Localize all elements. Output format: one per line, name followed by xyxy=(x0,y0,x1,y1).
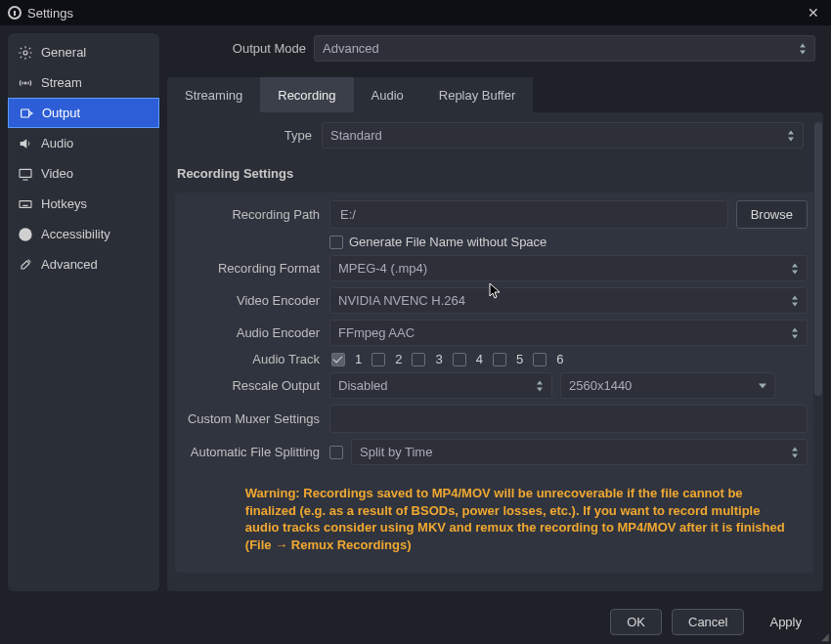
dialog-footer: OK Cancel Apply xyxy=(0,599,831,644)
track-2-checkbox[interactable] xyxy=(372,353,385,366)
tab-audio[interactable]: Audio xyxy=(354,77,421,112)
app-icon xyxy=(8,6,22,20)
video-encoder-label: Video Encoder xyxy=(183,293,329,308)
sidebar-item-label: Video xyxy=(41,166,73,181)
select-value: MPEG-4 (.mp4) xyxy=(338,261,427,276)
spinner-icon xyxy=(787,446,803,458)
svg-rect-4 xyxy=(20,200,31,207)
spinner-icon xyxy=(787,262,803,275)
track-4-checkbox[interactable] xyxy=(453,353,466,366)
rescale-output-select[interactable]: Disabled xyxy=(329,372,552,399)
sidebar-item-general[interactable]: General xyxy=(8,37,159,67)
accessibility-icon xyxy=(18,227,33,242)
mp4-warning-text: Warning: Recordings saved to MP4/MOV wil… xyxy=(236,471,796,557)
scrollbar-thumb[interactable] xyxy=(814,122,822,396)
select-value: FFmpeg AAC xyxy=(338,325,415,340)
sidebar-item-label: Hotkeys xyxy=(41,196,87,211)
muxer-label: Custom Muxer Settings xyxy=(183,411,329,426)
type-label: Type xyxy=(175,128,322,143)
track-6-checkbox[interactable] xyxy=(533,353,547,366)
spinner-icon xyxy=(795,42,810,55)
sidebar-item-accessibility[interactable]: Accessibility xyxy=(8,219,159,249)
keyboard-icon xyxy=(18,196,33,212)
track-5-checkbox[interactable] xyxy=(493,353,506,366)
recording-settings-heading: Recording Settings xyxy=(167,154,823,187)
sidebar-item-label: Advanced xyxy=(41,257,98,272)
select-value: Split by Time xyxy=(360,445,432,459)
output-mode-select[interactable]: Advanced xyxy=(314,35,815,62)
select-value: 2560x1440 xyxy=(569,378,632,393)
select-value: Standard xyxy=(330,128,382,143)
sidebar-item-stream[interactable]: Stream xyxy=(8,67,159,98)
tools-icon xyxy=(18,257,33,273)
browse-button[interactable]: Browse xyxy=(736,200,808,229)
svg-rect-2 xyxy=(22,109,29,117)
select-value: Advanced xyxy=(323,41,379,56)
antenna-icon xyxy=(18,75,33,91)
sidebar-item-label: Audio xyxy=(41,136,73,150)
sidebar-item-advanced[interactable]: Advanced xyxy=(8,249,159,279)
sidebar-item-output[interactable]: Output xyxy=(8,98,159,128)
audio-encoder-label: Audio Encoder xyxy=(183,325,329,340)
spinner-icon xyxy=(787,294,803,307)
muxer-input[interactable] xyxy=(329,405,808,433)
tab-replay-buffer[interactable]: Replay Buffer xyxy=(421,77,534,112)
settings-panel: Type Standard Recording Settings Recordi… xyxy=(167,112,823,591)
type-select[interactable]: Standard xyxy=(322,122,804,149)
auto-split-label: Automatic File Splitting xyxy=(183,445,329,459)
window-title: Settings xyxy=(27,6,73,21)
recording-format-select[interactable]: MPEG-4 (.mp4) xyxy=(329,255,808,281)
svg-rect-3 xyxy=(20,169,31,177)
sidebar-item-label: Accessibility xyxy=(41,227,110,241)
gear-icon xyxy=(18,45,33,61)
sidebar-item-hotkeys[interactable]: Hotkeys xyxy=(8,189,159,219)
close-icon[interactable]: ✕ xyxy=(804,5,823,21)
resize-grip-icon[interactable]: ◢ xyxy=(821,631,829,642)
output-mode-label: Output Mode xyxy=(167,41,314,56)
audio-track-label: Audio Track xyxy=(183,352,329,366)
input-value: E:/ xyxy=(340,207,356,222)
svg-point-0 xyxy=(23,51,27,55)
select-value: NVIDIA NVENC H.264 xyxy=(338,293,465,308)
spinner-icon xyxy=(787,326,803,339)
recording-format-label: Recording Format xyxy=(183,261,329,276)
gen-no-space-label: Generate File Name without Space xyxy=(349,235,547,249)
cancel-button[interactable]: Cancel xyxy=(672,609,744,635)
output-icon xyxy=(19,106,34,121)
apply-button[interactable]: Apply xyxy=(754,609,817,635)
gen-no-space-checkbox[interactable] xyxy=(329,236,343,249)
tab-streaming[interactable]: Streaming xyxy=(167,77,260,112)
speaker-icon xyxy=(18,136,33,151)
sidebar-item-video[interactable]: Video xyxy=(8,158,159,189)
track-1-checkbox[interactable] xyxy=(331,353,345,366)
sidebar: General Stream Output Audio Video Hotkey… xyxy=(8,33,159,591)
audio-track-group: 1 2 3 4 5 6 xyxy=(329,352,563,366)
rescale-resolution-select[interactable]: 2560x1440 xyxy=(560,372,775,399)
encoder-settings-heading: Encoder Settings xyxy=(167,573,823,591)
video-encoder-select[interactable]: NVIDIA NVENC H.264 xyxy=(329,287,808,314)
tab-recording[interactable]: Recording xyxy=(260,77,353,112)
track-3-checkbox[interactable] xyxy=(412,353,425,366)
recording-path-input[interactable]: E:/ xyxy=(329,200,728,229)
svg-point-1 xyxy=(24,82,26,84)
split-mode-select[interactable]: Split by Time xyxy=(351,439,808,465)
rescale-output-label: Rescale Output xyxy=(183,378,329,393)
scrollbar[interactable] xyxy=(813,112,823,591)
svg-point-6 xyxy=(24,230,26,232)
audio-encoder-select[interactable]: FFmpeg AAC xyxy=(329,320,808,346)
sidebar-item-label: General xyxy=(41,45,86,60)
select-value: Disabled xyxy=(338,378,388,393)
spinner-icon xyxy=(532,379,547,392)
sidebar-item-label: Stream xyxy=(41,75,82,90)
sidebar-item-label: Output xyxy=(42,106,80,120)
title-bar: Settings ✕ xyxy=(0,0,831,25)
tabs: Streaming Recording Audio Replay Buffer xyxy=(167,77,823,112)
auto-split-checkbox[interactable] xyxy=(329,446,343,459)
recording-path-label: Recording Path xyxy=(183,207,329,222)
spinner-icon xyxy=(783,129,799,142)
sidebar-item-audio[interactable]: Audio xyxy=(8,128,159,158)
monitor-icon xyxy=(18,166,33,182)
ok-button[interactable]: OK xyxy=(610,609,662,635)
